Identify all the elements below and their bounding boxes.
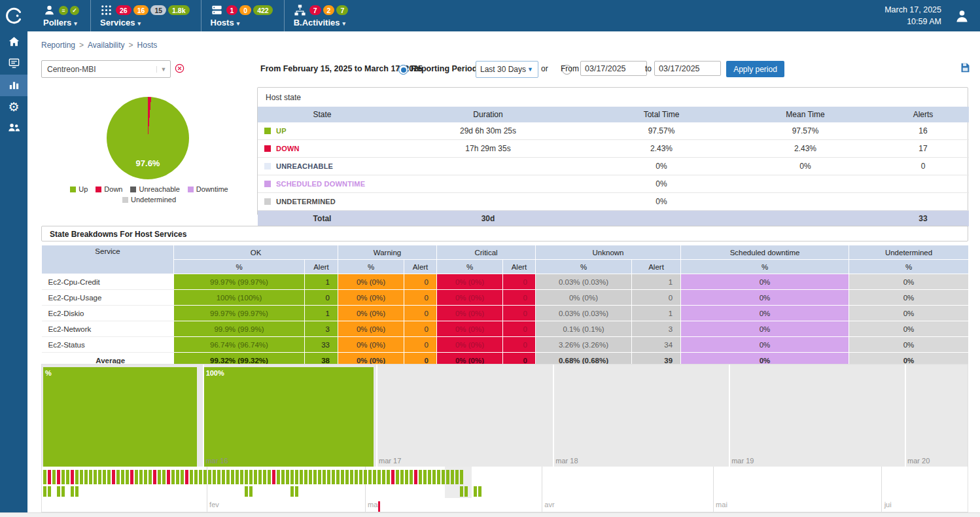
- brush-bar-up: [121, 470, 124, 484]
- hosts-badge-warning[interactable]: 0: [239, 5, 251, 15]
- brush-gap: [194, 486, 198, 497]
- reporting-period-radio[interactable]: [398, 65, 408, 75]
- brush-gap: [240, 486, 243, 497]
- services-badge-unknown[interactable]: 15: [150, 5, 166, 15]
- ok-alert: 1: [305, 306, 338, 321]
- brush-row2: [43, 486, 492, 497]
- breadcrumb-reporting[interactable]: Reporting: [41, 41, 75, 50]
- brush-bar-up: [318, 470, 321, 484]
- brush-gap: [135, 486, 138, 497]
- duration-cell: 29d 6h 30m 25s: [387, 122, 589, 140]
- unknown-alert: 3: [632, 321, 681, 337]
- warning-alert: 0: [404, 321, 437, 337]
- brush-gap: [359, 486, 362, 497]
- host-select[interactable]: Centreon-MBI ▼: [41, 60, 171, 78]
- services-badge-ok[interactable]: 1.8k: [168, 5, 189, 15]
- horizontal-scrollbar[interactable]: [0, 512, 980, 517]
- brush-gap: [286, 486, 289, 497]
- chevron-down-icon: ▼: [156, 66, 170, 73]
- brush-current-marker: [378, 501, 380, 512]
- top-menu-bactivities[interactable]: 727B.Activities▾: [284, 0, 360, 31]
- export-icon[interactable]: [960, 62, 971, 75]
- top-menu-label-bactivities[interactable]: B.Activities▾: [294, 18, 351, 27]
- sub-pct: %: [174, 260, 305, 274]
- brush-bar-up: [249, 470, 253, 484]
- breakdown-header-groups: Service OK Warning Critical Unknown Sche…: [42, 245, 969, 260]
- sidebar-item-monitoring[interactable]: [0, 53, 27, 75]
- state-color-swatch: [264, 128, 271, 134]
- bactivities-badge-ok[interactable]: 7: [336, 5, 348, 15]
- services-badge-critical[interactable]: 26: [116, 5, 131, 15]
- pollers-status-icon: ✓: [70, 6, 79, 15]
- ok-percent: 99.9% (99.9%): [174, 321, 305, 337]
- timeline-axis-label: mar 19: [731, 457, 754, 465]
- breadcrumb-availability[interactable]: Availability: [88, 41, 124, 50]
- sidebar-item-configuration[interactable]: ⚙: [0, 96, 27, 118]
- centreon-logo[interactable]: [0, 0, 27, 31]
- top-menu-services[interactable]: 2616151.8kServices▾: [90, 0, 201, 31]
- breadcrumb-hosts[interactable]: Hosts: [137, 41, 158, 50]
- brush-bar-down: [391, 470, 394, 484]
- bactivities-badge-critical[interactable]: 7: [309, 5, 321, 15]
- critical-alert: 0: [503, 321, 536, 337]
- hosts-badge-ok[interactable]: 422: [253, 5, 273, 15]
- user-menu-icon[interactable]: [953, 7, 971, 25]
- unknown-percent: 0% (0%): [536, 290, 632, 306]
- brush-gap: [323, 486, 326, 497]
- brush-bar-up: [139, 470, 143, 484]
- main-content: Reporting>Availability>Hosts Centreon-MB…: [27, 31, 980, 517]
- service-name: Ec2-Network: [42, 321, 174, 337]
- services-badge-warning[interactable]: 16: [133, 5, 149, 15]
- host-state-panel: Host state State Duration Total Time Mea…: [257, 87, 968, 215]
- top-menu-label-hosts[interactable]: Hosts▾: [211, 18, 275, 27]
- brush-bar-up: [460, 486, 463, 497]
- top-menu-hosts[interactable]: 10422Hosts▾: [201, 0, 284, 31]
- col-undetermined: Undetermined: [849, 245, 969, 260]
- brush-bar-up: [332, 470, 335, 484]
- brush-bar-down: [272, 470, 275, 484]
- brush-bar-up: [400, 470, 404, 484]
- timeline-brush[interactable]: fevmaravrmaijui: [42, 467, 968, 512]
- to-date-input[interactable]: [654, 61, 721, 76]
- brush-gap: [158, 486, 161, 497]
- service-name: Ec2-Diskio: [42, 306, 174, 321]
- sidebar-item-administration[interactable]: [0, 118, 27, 139]
- top-menu-label-pollers[interactable]: Pollers▾: [43, 18, 81, 27]
- top-menu-pollers[interactable]: ≡✓Pollers▾: [34, 0, 90, 31]
- legend-item-undetermined: Undetermined: [122, 196, 176, 204]
- pollers-icon: [43, 4, 56, 16]
- from-date-input[interactable]: [580, 61, 647, 76]
- top-menu-label-services[interactable]: Services▾: [100, 18, 192, 27]
- bactivities-badge-warning[interactable]: 2: [323, 5, 335, 15]
- brush-gap: [222, 486, 225, 497]
- brush-bar-up: [61, 486, 65, 497]
- brush-axis-label: jui: [884, 501, 892, 508]
- hosts-badge-critical[interactable]: 1: [226, 5, 238, 15]
- timeline-gridline: [553, 365, 554, 467]
- brush-gap: [451, 486, 454, 497]
- brush-gap: [213, 486, 216, 497]
- period-select[interactable]: Last 30 Days ▼: [476, 61, 538, 78]
- critical-alert: 0: [503, 290, 536, 306]
- undetermined-percent: 0%: [849, 321, 969, 337]
- brush-gap: [277, 486, 280, 497]
- brush-bar-up: [249, 486, 253, 497]
- clear-host-icon[interactable]: [175, 63, 184, 75]
- sidebar-item-reporting[interactable]: [0, 75, 27, 96]
- col-unknown: Unknown: [536, 245, 681, 260]
- availability-pie-chart: 97.6%: [107, 97, 189, 179]
- timeline-gridline: [376, 365, 377, 467]
- sidebar-item-home[interactable]: [0, 31, 27, 53]
- legend-swatch: [70, 187, 76, 192]
- bactivities-icon: [294, 4, 306, 16]
- brush-bar-up: [66, 470, 69, 484]
- critical-percent: 0% (0%): [437, 321, 503, 337]
- apply-period-button[interactable]: Apply period: [726, 61, 784, 77]
- sidebar: ⚙: [0, 31, 27, 517]
- brush-bar-up: [423, 470, 427, 484]
- breakdown-header-sub: % Alert % Alert % Alert % Alert % %: [42, 260, 969, 274]
- brush-gap: [382, 486, 385, 497]
- brush-bar-up: [313, 470, 317, 484]
- total-time-cell: 0%: [589, 175, 733, 193]
- brush-bar-up: [213, 470, 216, 484]
